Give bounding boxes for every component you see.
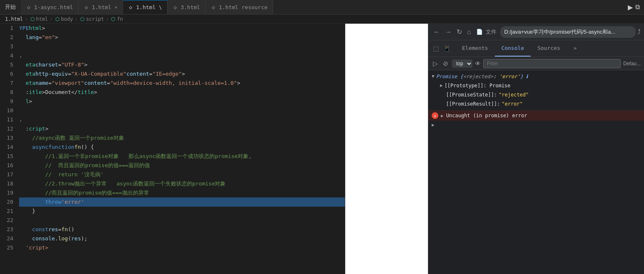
promise-label: Promise {<rejected>: 'error'} ℹ: [436, 73, 528, 80]
tab-close-1html-a[interactable]: ✕: [115, 5, 118, 10]
prototype-label: [[Prototype]]: Promise: [445, 82, 511, 89]
forward-button[interactable]: →: [443, 27, 453, 37]
tab-icon-3html: ◇: [172, 4, 178, 10]
address-bar[interactable]: [500, 26, 636, 38]
tab-3html[interactable]: ◇ 3.html: [167, 0, 206, 14]
tab-label-1html-b: 1.html: [136, 4, 156, 10]
device-icon-button[interactable]: 📱: [442, 44, 452, 54]
tab-icon-1html-b: ◇: [128, 5, 134, 10]
breadcrumb: 1.html › ⬡ html › ⬡ body › ⬡ script › ⬡ …: [0, 15, 644, 24]
promise-state: <rejected>: [463, 74, 493, 79]
code-line-8: :itle>Document</title>: [19, 88, 345, 97]
error-text: Uncaught (in promise) error: [446, 113, 527, 118]
console-block-button[interactable]: ⊘: [442, 59, 450, 69]
preview-pane: [345, 24, 428, 274]
promise-state-value: "rejected": [499, 91, 528, 99]
tab-icon-resource: ◇: [211, 4, 216, 10]
breadcrumb-item-script[interactable]: ⬡ script: [79, 16, 104, 22]
code-content: YPE html> lang="en"> . eta charset="UTF-…: [17, 24, 345, 274]
code-line-4: .: [19, 51, 345, 60]
refresh-button[interactable]: ↻: [455, 26, 464, 37]
console-toolbar: ▷ ⊘ top 👁 Defau...: [428, 57, 644, 70]
code-line-22: [19, 216, 345, 225]
promise-keyword: Promise {: [436, 74, 463, 79]
console-promise-entry: ▼ Promise {<rejected>: 'error'} ℹ ▶ [[Pr…: [428, 70, 644, 111]
promise-info-icon: ℹ: [526, 74, 528, 79]
code-line-2: lang="en">: [19, 33, 345, 42]
tab-label-1html-a: 1.html: [92, 4, 111, 10]
code-line-19: //而且返回的promise的值===抛出的异常: [19, 188, 345, 197]
breadcrumb-item-file[interactable]: 1.html: [5, 16, 23, 22]
filter-input[interactable]: [483, 59, 621, 68]
code-line-21: }: [19, 207, 345, 216]
tab-1html-b[interactable]: ◇ 1.html \: [123, 0, 167, 14]
tab-icon-1html-a: ◇: [84, 4, 89, 10]
browser-navbar: ← → ↻ ⌂ 📄 文件 ⤴: [428, 24, 644, 40]
devtools-panel: ← → ↻ ⌂ 📄 文件 ⤴ ⬚ 📱 Elements Console Sour…: [428, 24, 644, 274]
code-line-16: // 而且返回的promise的值===返回的值: [19, 161, 345, 170]
code-line-15: //1.返回一个非promise对象 那么async函数返回一个成功状态的pro…: [19, 152, 345, 161]
share-button[interactable]: ⤴: [637, 28, 641, 36]
tab-1async[interactable]: ◇ 1-async.html: [21, 0, 79, 14]
console-context-select[interactable]: top: [452, 59, 472, 68]
main-area: 12345 678910 1112131415 1617181920 21222…: [0, 24, 644, 274]
prototype-arrow[interactable]: ▶: [440, 82, 443, 89]
code-line-14: async function fn() {: [19, 143, 345, 152]
promise-value: 'error': [499, 74, 520, 79]
console-prompt: ▶: [428, 121, 644, 129]
promise-colon: :: [493, 74, 499, 79]
breadcrumb-sep-2: ›: [50, 16, 53, 22]
devtools-tabs: ⬚ 📱 Elements Console Sources »: [428, 40, 644, 57]
tab-sources[interactable]: Sources: [531, 40, 567, 57]
default-levels-button[interactable]: Defau...: [623, 61, 641, 67]
promise-expand-arrow[interactable]: ▼: [432, 73, 435, 80]
file-icon: 📄 文件: [476, 28, 497, 36]
tabs-container: ◇ 1-async.html ◇ 1.html ✕ ◇ 1.html \ ◇ 3…: [21, 0, 628, 14]
promise-result-line: [[PromiseResult]]: "error": [432, 99, 641, 109]
code-editor[interactable]: 12345 678910 1112131415 1617181920 21222…: [0, 24, 345, 274]
code-line-13: //async函数 返回一个promise对象: [19, 133, 345, 143]
tab-more[interactable]: »: [567, 40, 583, 57]
breadcrumb-item-fn[interactable]: ⬡ fn: [110, 16, 123, 22]
code-line-10: [19, 106, 345, 115]
prompt-arrow: ▶: [432, 122, 435, 128]
promise-state-line: [[PromiseState]]: "rejected": [432, 90, 641, 99]
inspect-icon-button[interactable]: ⬚: [432, 44, 440, 54]
breadcrumb-item-html[interactable]: ⬡ html: [29, 16, 48, 22]
code-line-23: const res = fn(): [19, 225, 345, 234]
eye-icon[interactable]: 👁: [475, 60, 481, 67]
tab-resource[interactable]: ◇ 1.html resource: [206, 0, 273, 14]
tab-modified-dot: \: [159, 5, 162, 10]
tab-1html-a[interactable]: ◇ 1.html ✕: [79, 0, 123, 14]
tab-elements[interactable]: Elements: [455, 40, 495, 57]
run-button[interactable]: ▶: [628, 3, 633, 11]
tab-bar: 开始 ◇ 1-async.html ◇ 1.html ✕ ◇ 1.html \ …: [0, 0, 644, 15]
tab-label-1async: 1-async.html: [34, 4, 73, 10]
home-button[interactable]: ⌂: [465, 27, 473, 37]
back-button[interactable]: ←: [432, 27, 442, 37]
code-line-20: throw 'error': [19, 197, 345, 207]
breadcrumb-sep-4: ›: [106, 16, 108, 22]
code-line-9: l>: [19, 97, 345, 106]
promise-result-value: "error": [502, 100, 523, 108]
code-line-12: :cript>: [19, 124, 345, 133]
line-numbers: 12345 678910 1112131415 1617181920 21222…: [0, 24, 17, 274]
tab-label-resource: 1.html resource: [219, 4, 268, 10]
code-line-11: .: [19, 115, 345, 124]
tab-console[interactable]: Console: [495, 40, 531, 57]
code-line-17: // return '没毛病': [19, 170, 345, 179]
split-button[interactable]: ⧉: [635, 3, 640, 11]
code-line-18: //2.throw抛出一个异常 async函数返回一个失败状态的promise对…: [19, 179, 345, 188]
code-line-7: eta name="viewport" content="width=devic…: [19, 79, 345, 88]
console-play-button[interactable]: ▷: [432, 59, 439, 69]
promise-close: }: [520, 74, 526, 79]
breadcrumb-item-body[interactable]: ⬡ body: [54, 16, 73, 22]
tab-icon-1async: ◇: [26, 4, 32, 10]
error-badge: ✕: [432, 112, 438, 119]
tab-run-area: ▶ ⧉: [628, 3, 644, 11]
breadcrumb-sep-3: ›: [75, 16, 78, 22]
console-content[interactable]: ▼ Promise {<rejected>: 'error'} ℹ ▶ [[Pr…: [428, 70, 644, 274]
promise-state-label: [[PromiseState]]:: [440, 91, 497, 99]
promise-result-label: [[PromiseResult]]:: [440, 100, 500, 108]
error-expand-arrow[interactable]: ▶: [441, 113, 444, 118]
